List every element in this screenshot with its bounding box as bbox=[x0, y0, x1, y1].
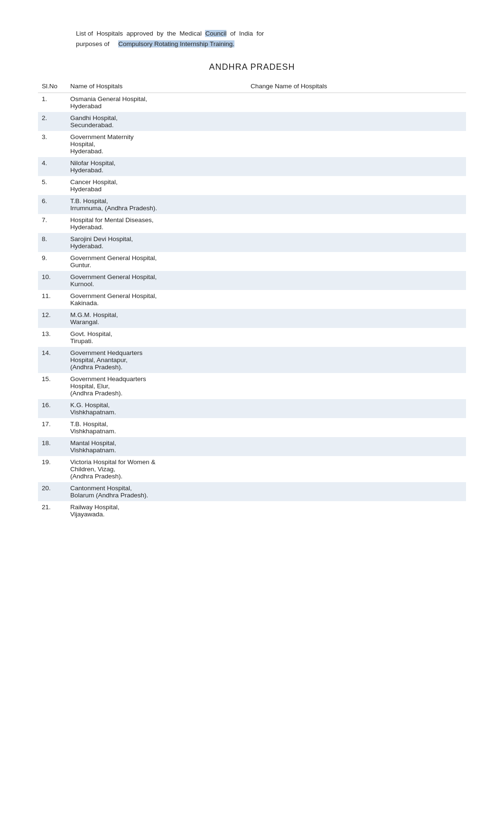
cell-hospital-name: Hospital for Mental Diseases, Hyderabad. bbox=[66, 214, 247, 233]
header-slno: Sl.No bbox=[38, 80, 66, 93]
table-row: 6.T.B. Hospital, Irrumnuma, (Andhra Prad… bbox=[38, 195, 466, 214]
cell-slno: 17. bbox=[38, 418, 66, 437]
table-row: 4.Nilofar Hospital, Hyderabad. bbox=[38, 157, 466, 176]
cell-hospital-name: Cantonment Hospital, Bolarum (Andhra Pra… bbox=[66, 482, 247, 501]
cell-hospital-name: Nilofar Hospital, Hyderabad. bbox=[66, 157, 247, 176]
cell-slno: 19. bbox=[38, 456, 66, 482]
cell-hospital-name: Government Maternity Hospital, Hyderabad… bbox=[66, 131, 247, 157]
highlight-council: Council bbox=[205, 30, 226, 37]
cell-slno: 10. bbox=[38, 271, 66, 290]
table-row: 18.Mantal Hospital, Vishkhapatnam. bbox=[38, 437, 466, 456]
cell-slno: 4. bbox=[38, 157, 66, 176]
table-row: 13.Govt. Hospital, Tirupati. bbox=[38, 328, 466, 347]
cell-change-name bbox=[247, 309, 466, 328]
table-row: 16.K.G. Hospital, Vishkhapatnam. bbox=[38, 399, 466, 418]
cell-change-name bbox=[247, 112, 466, 131]
cell-change-name bbox=[247, 437, 466, 456]
table-row: 11.Government General Hospital, Kakinada… bbox=[38, 290, 466, 309]
cell-hospital-name: Railway Hospital, Vijayawada. bbox=[66, 501, 247, 520]
table-row: 3.Government Maternity Hospital, Hyderab… bbox=[38, 131, 466, 157]
table-row: 15.Government Headquarters Hospital, Elu… bbox=[38, 373, 466, 399]
header-name: Name of Hospitals bbox=[66, 80, 247, 93]
table-row: 19.Victoria Hospital for Women & Childre… bbox=[38, 456, 466, 482]
cell-slno: 3. bbox=[38, 131, 66, 157]
cell-hospital-name: T.B. Hospital, Vishkhapatnam. bbox=[66, 418, 247, 437]
table-row: 17.T.B. Hospital, Vishkhapatnam. bbox=[38, 418, 466, 437]
cell-hospital-name: Sarojini Devi Hospital, Hyderabad. bbox=[66, 233, 247, 252]
cell-hospital-name: Mantal Hospital, Vishkhapatnam. bbox=[66, 437, 247, 456]
cell-hospital-name: Cancer Hospital, Hyderabad bbox=[66, 176, 247, 195]
cell-change-name bbox=[247, 418, 466, 437]
table-row: 21.Railway Hospital, Vijayawada. bbox=[38, 501, 466, 520]
cell-hospital-name: Osmania General Hospital, Hyderabad bbox=[66, 93, 247, 112]
cell-hospital-name: Victoria Hospital for Women & Children, … bbox=[66, 456, 247, 482]
cell-slno: 7. bbox=[38, 214, 66, 233]
section-title: ANDHRA PRADESH bbox=[38, 62, 466, 72]
table-row: 7.Hospital for Mental Diseases, Hyderaba… bbox=[38, 214, 466, 233]
table-row: 2.Gandhi Hospital, Secunderabad. bbox=[38, 112, 466, 131]
cell-slno: 6. bbox=[38, 195, 66, 214]
cell-change-name bbox=[247, 399, 466, 418]
cell-slno: 11. bbox=[38, 290, 66, 309]
highlight-training: Compulsory Rotating Internship Training. bbox=[118, 40, 234, 47]
cell-slno: 2. bbox=[38, 112, 66, 131]
cell-slno: 18. bbox=[38, 437, 66, 456]
cell-change-name bbox=[247, 482, 466, 501]
intro-paragraph: List of Hospitals approved by the Medica… bbox=[76, 28, 351, 49]
table-body: 1.Osmania General Hospital, Hyderabad2.G… bbox=[38, 93, 466, 521]
hospital-table: Sl.No Name of Hospitals Change Name of H… bbox=[38, 80, 466, 520]
table-row: 1.Osmania General Hospital, Hyderabad bbox=[38, 93, 466, 112]
cell-change-name bbox=[247, 252, 466, 271]
cell-hospital-name: Government Headquarters Hospital, Elur, … bbox=[66, 373, 247, 399]
cell-change-name bbox=[247, 456, 466, 482]
table-header-row: Sl.No Name of Hospitals Change Name of H… bbox=[38, 80, 466, 93]
cell-change-name bbox=[247, 157, 466, 176]
cell-hospital-name: M.G.M. Hospital, Warangal. bbox=[66, 309, 247, 328]
cell-slno: 15. bbox=[38, 373, 66, 399]
cell-hospital-name: Government Hedquarters Hospital, Anantap… bbox=[66, 347, 247, 373]
cell-hospital-name: Govt. Hospital, Tirupati. bbox=[66, 328, 247, 347]
cell-hospital-name: Gandhi Hospital, Secunderabad. bbox=[66, 112, 247, 131]
cell-slno: 1. bbox=[38, 93, 66, 112]
page-wrapper: List of Hospitals approved by the Medica… bbox=[38, 28, 466, 831]
cell-change-name bbox=[247, 501, 466, 520]
cell-slno: 14. bbox=[38, 347, 66, 373]
cell-change-name bbox=[247, 373, 466, 399]
table-row: 14.Government Hedquarters Hospital, Anan… bbox=[38, 347, 466, 373]
cell-hospital-name: Government General Hospital, Kurnool. bbox=[66, 271, 247, 290]
table-row: 10.Government General Hospital, Kurnool. bbox=[38, 271, 466, 290]
cell-change-name bbox=[247, 347, 466, 373]
cell-slno: 5. bbox=[38, 176, 66, 195]
table-row: 20.Cantonment Hospital, Bolarum (Andhra … bbox=[38, 482, 466, 501]
cell-change-name bbox=[247, 271, 466, 290]
cell-change-name bbox=[247, 131, 466, 157]
cell-slno: 8. bbox=[38, 233, 66, 252]
table-row: 12.M.G.M. Hospital, Warangal. bbox=[38, 309, 466, 328]
cell-change-name bbox=[247, 214, 466, 233]
cell-change-name bbox=[247, 93, 466, 112]
table-row: 9.Government General Hospital, Guntur. bbox=[38, 252, 466, 271]
cell-slno: 9. bbox=[38, 252, 66, 271]
cell-slno: 21. bbox=[38, 501, 66, 520]
cell-slno: 13. bbox=[38, 328, 66, 347]
cell-slno: 20. bbox=[38, 482, 66, 501]
cell-hospital-name: Government General Hospital, Guntur. bbox=[66, 252, 247, 271]
cell-hospital-name: K.G. Hospital, Vishkhapatnam. bbox=[66, 399, 247, 418]
cell-change-name bbox=[247, 176, 466, 195]
cell-change-name bbox=[247, 195, 466, 214]
cell-hospital-name: T.B. Hospital, Irrumnuma, (Andhra Prades… bbox=[66, 195, 247, 214]
cell-change-name bbox=[247, 328, 466, 347]
cell-slno: 16. bbox=[38, 399, 66, 418]
cell-change-name bbox=[247, 290, 466, 309]
cell-slno: 12. bbox=[38, 309, 66, 328]
cell-change-name bbox=[247, 233, 466, 252]
cell-hospital-name: Government General Hospital, Kakinada. bbox=[66, 290, 247, 309]
header-change: Change Name of Hospitals bbox=[247, 80, 466, 93]
table-row: 5.Cancer Hospital, Hyderabad bbox=[38, 176, 466, 195]
table-row: 8.Sarojini Devi Hospital, Hyderabad. bbox=[38, 233, 466, 252]
